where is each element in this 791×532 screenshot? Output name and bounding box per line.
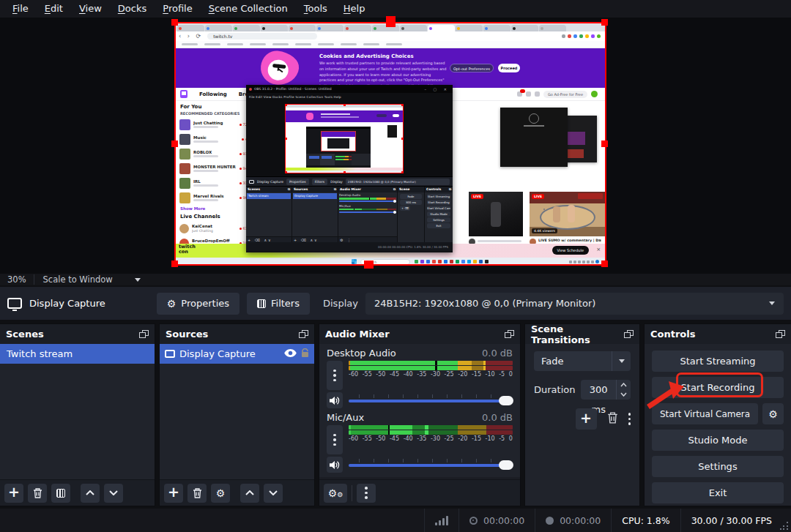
taskbar-app-icons bbox=[415, 260, 489, 263]
selection-handle-bottom-left[interactable] bbox=[171, 261, 178, 267]
start-recording-button[interactable]: Start Recording bbox=[652, 377, 784, 398]
selection-handle-mid-right[interactable] bbox=[601, 141, 608, 147]
duration-up-icon[interactable] bbox=[617, 380, 631, 390]
scale-mode-caret-icon[interactable] bbox=[135, 278, 141, 282]
nested-control-button: Exit bbox=[427, 223, 450, 228]
virtual-camera-settings-button[interactable]: ⚙ bbox=[762, 403, 784, 424]
preview-area[interactable]: ‹ › ⟳ twitch.tv Cookies and Advertising … bbox=[0, 18, 791, 274]
remove-scene-button[interactable] bbox=[28, 484, 47, 503]
move-scene-up-button[interactable] bbox=[81, 484, 100, 503]
resize-grip[interactable] bbox=[780, 521, 789, 530]
volume-slider[interactable] bbox=[349, 457, 513, 473]
popout-icon[interactable] bbox=[299, 330, 308, 338]
source-properties-button[interactable]: ⚙ bbox=[211, 484, 230, 503]
menu-tools[interactable]: Tools bbox=[296, 0, 335, 18]
start-virtual-camera-button[interactable]: Start Virtual Camera bbox=[652, 403, 758, 424]
volume-meter: -60-55-50-45-40-35-30-25-20-15-10-50 bbox=[349, 425, 513, 454]
start-streaming-button[interactable]: Start Streaming bbox=[652, 351, 784, 372]
transitions-header[interactable]: Scene Transitions bbox=[525, 324, 639, 344]
scenes-panel-header[interactable]: Scenes bbox=[0, 324, 155, 344]
move-source-down-button[interactable] bbox=[264, 484, 283, 503]
browser-tab bbox=[511, 25, 538, 31]
mixer-menu-kebab[interactable] bbox=[327, 361, 343, 390]
selection-handle-mid-left[interactable] bbox=[171, 141, 178, 147]
bookmark-item bbox=[341, 43, 357, 45]
volume-slider-knob[interactable] bbox=[499, 460, 513, 470]
display-select[interactable]: 24B15H2: 1920x1080 @ 0,0 (Primary Monito… bbox=[365, 293, 784, 315]
exit-button[interactable]: Exit bbox=[652, 482, 784, 503]
bookmark-item bbox=[204, 43, 220, 45]
selection-handle-bottom-center[interactable] bbox=[364, 261, 374, 269]
nested-obs-title: OBS 31.0.2 - Profile: Untitled - Scenes:… bbox=[254, 87, 332, 91]
category-row: MONSTER HUNTER94.2K bbox=[176, 161, 256, 176]
add-source-button[interactable]: + bbox=[164, 484, 183, 503]
menu-profile[interactable]: Profile bbox=[155, 0, 200, 18]
controls-header[interactable]: Controls bbox=[645, 324, 791, 344]
volume-slider-knob[interactable] bbox=[499, 396, 513, 405]
bookmark-item bbox=[386, 43, 402, 45]
channel-row: KaiCenatJust Chatting61.3K bbox=[176, 221, 256, 236]
mute-speaker-icon[interactable] bbox=[327, 392, 343, 408]
category-row: IRL31.2K bbox=[176, 176, 256, 190]
settings-button[interactable]: Settings bbox=[652, 456, 784, 477]
preview-scale-bar: 30% Scale to Window bbox=[0, 274, 791, 285]
remove-transition-button[interactable] bbox=[607, 412, 618, 427]
add-scene-button[interactable]: + bbox=[4, 484, 23, 503]
popout-icon[interactable] bbox=[776, 330, 785, 338]
audio-mixer-header[interactable]: Audio Mixer bbox=[319, 324, 520, 344]
nested-control-button: Start Recording bbox=[427, 200, 450, 205]
scenes-toolbar: + bbox=[0, 479, 155, 506]
category-row: ROBLOX91.1K bbox=[176, 146, 256, 161]
browser-nav-icons: ‹ › ⟳ bbox=[179, 33, 203, 40]
mute-speaker-icon[interactable] bbox=[327, 457, 343, 473]
popout-icon[interactable] bbox=[624, 330, 634, 338]
selection-handle-top-left[interactable] bbox=[171, 19, 178, 26]
category-list: Just Chatting72.1KMusic4.2KROBLOX91.1KMO… bbox=[176, 117, 256, 205]
menu-docks[interactable]: Docks bbox=[110, 0, 155, 18]
sources-panel-header[interactable]: Sources bbox=[160, 324, 314, 344]
popout-icon[interactable] bbox=[505, 330, 514, 338]
add-transition-button[interactable]: + bbox=[576, 408, 597, 430]
filters-button[interactable]: Filters bbox=[247, 293, 310, 315]
advanced-audio-gears-button[interactable]: ⚙⚙ bbox=[324, 484, 347, 503]
move-scene-down-button[interactable] bbox=[104, 484, 123, 503]
stream-thumbnail-dark: LIVE bbox=[469, 192, 523, 236]
display-capture-source[interactable]: ‹ › ⟳ twitch.tv Cookies and Advertising … bbox=[174, 22, 606, 266]
duration-spinner[interactable]: 300 ms bbox=[581, 380, 631, 400]
nested-source-toolbar: Display Capture Properties Filters Displ… bbox=[246, 176, 453, 187]
browser-tab bbox=[539, 25, 566, 31]
mixer-menu-kebab[interactable] bbox=[327, 425, 343, 454]
menu-help[interactable]: Help bbox=[335, 0, 374, 18]
selection-handle-top-right[interactable] bbox=[601, 19, 608, 26]
popout-icon[interactable] bbox=[139, 330, 149, 338]
scale-mode-select[interactable]: Scale to Window bbox=[34, 274, 122, 285]
gear-icon: ⚙ bbox=[167, 299, 177, 309]
menu-file[interactable]: File bbox=[4, 0, 37, 18]
transition-select[interactable]: Fade bbox=[534, 351, 631, 371]
selection-handle-top-center[interactable] bbox=[386, 16, 396, 27]
mixer-options-kebab[interactable] bbox=[357, 484, 376, 503]
properties-button[interactable]: ⚙ Properties bbox=[157, 293, 239, 315]
menu-scene-collection[interactable]: Scene Collection bbox=[201, 0, 296, 18]
lock-icon[interactable] bbox=[301, 348, 309, 360]
selection-handle-bottom-right[interactable] bbox=[601, 261, 608, 267]
browser-tab bbox=[344, 25, 371, 31]
windows-start-icon bbox=[352, 259, 357, 264]
move-source-up-button[interactable] bbox=[240, 484, 259, 503]
source-item-display-capture[interactable]: Display Capture bbox=[160, 344, 314, 364]
scene-filters-button[interactable] bbox=[51, 484, 70, 503]
scene-item-twitch-stream[interactable]: Twitch stream bbox=[0, 344, 155, 364]
remove-source-button[interactable] bbox=[187, 484, 207, 503]
bookmark-item bbox=[227, 43, 243, 45]
volume-slider[interactable] bbox=[349, 392, 513, 408]
visibility-eye-icon[interactable] bbox=[284, 348, 297, 359]
studio-mode-button[interactable]: Studio Mode bbox=[652, 430, 784, 451]
menu-view[interactable]: View bbox=[71, 0, 110, 18]
menu-edit[interactable]: Edit bbox=[37, 0, 71, 18]
browser-tab bbox=[261, 25, 288, 31]
display-capture-icon bbox=[7, 298, 22, 309]
cookie-banner: Cookies and Advertising Choices We work … bbox=[176, 48, 605, 88]
duration-down-icon[interactable] bbox=[617, 390, 631, 400]
transition-options-kebab[interactable] bbox=[628, 413, 631, 425]
display-capture-icon bbox=[165, 350, 175, 358]
